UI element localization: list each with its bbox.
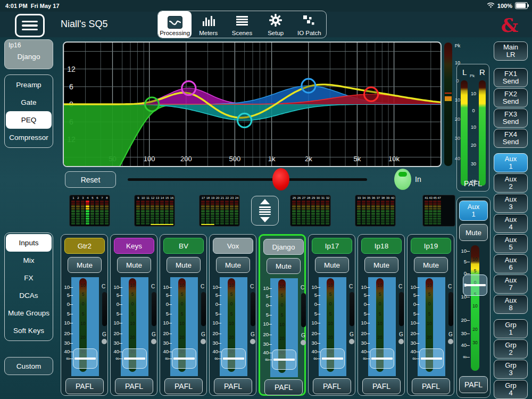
pafl-button[interactable]: PAFL [412,378,450,394]
mute-button[interactable]: Mute [414,257,448,273]
fader-cap[interactable] [73,348,97,369]
pafl-button[interactable]: PAFL [214,378,252,394]
tab-io-patch[interactable]: IO Patch [293,11,326,38]
mute-button[interactable]: Mute [216,257,250,273]
main-tab-bar: ProcessingMetersScenesSetupIO Patch [157,11,327,38]
fader-scale-label: 0 [260,302,269,308]
mix-select-aux-3[interactable]: Aux3 [494,194,528,213]
fader-scale-label: 40 [111,348,119,354]
tab-setup[interactable]: Setup [259,11,293,38]
mini-meter-ch7: 7 [100,196,104,225]
mute-button[interactable]: Mute [315,257,349,273]
mute-button[interactable]: Mute [68,257,102,273]
pafl-button[interactable]: PAFL [65,378,104,394]
mix-select-fx2-send[interactable]: FX2Send [494,88,528,107]
pafl-button[interactable]: PAFL [115,378,153,394]
channel-name-button[interactable]: Gtr2 [64,238,105,254]
pafl-button[interactable]: PAFL [313,378,351,394]
proc-nav-peq[interactable]: PEQ [6,111,52,129]
mix-select-grp-4[interactable]: Grp4 [494,380,528,399]
bank-nav-inputs[interactable]: Inputs [6,234,52,252]
channel-name-button[interactable]: BV [163,238,204,254]
channel-name-button[interactable]: Ip18 [361,238,402,254]
fader-cap[interactable] [419,348,444,369]
mini-meter-ch47: 47 [437,196,441,225]
peq-graph-panel[interactable]: 501002005001k2k5k10k1260612 [63,41,442,167]
mute-button[interactable]: Mute [117,257,151,273]
channel-name-button[interactable]: Django [263,239,304,255]
channel-name-button[interactable]: Keys [114,238,154,254]
mute-button[interactable]: Mute [364,257,398,273]
mix-select-aux-5[interactable]: Aux5 [494,234,528,253]
fader-cap[interactable] [272,350,296,370]
gate-indicator [102,339,107,344]
mini-meter-ch9: 9 [136,196,140,225]
custom-layer-button[interactable]: Custom [4,357,53,375]
pafl-button[interactable]: PAFL [362,378,401,394]
meter-bridge-group-5[interactable]: 3334353637383940 [355,195,396,227]
bank-nav-soft-keys[interactable]: Soft Keys [6,322,52,339]
fader-cap[interactable] [122,348,147,369]
tab-meters[interactable]: Meters [192,11,225,38]
mute-button[interactable]: Mute [267,258,301,274]
fader-cap[interactable] [172,348,196,369]
mix-select-fx3-send[interactable]: FX3Send [494,109,528,128]
proc-nav-preamp[interactable]: Preamp [6,76,52,94]
mix-select-grp-1[interactable]: Grp1 [494,319,528,338]
bank-nav-mix[interactable]: Mix [6,252,52,269]
channel-name-button[interactable]: Ip17 [312,238,352,254]
mute-button[interactable]: Mute [167,257,201,273]
meter-bridge-group-2[interactable]: 910111213141516 [134,195,175,227]
gain-slider-knob[interactable] [272,168,289,190]
pafl-button[interactable]: PAFL [264,379,303,395]
bank-nav-fx[interactable]: FX [6,269,52,287]
mix-select-aux-4[interactable]: Aux4 [494,214,528,233]
mix-select-grp-2[interactable]: Grp2 [494,339,528,359]
tab-processing[interactable]: Processing [158,11,192,38]
eq-band-handle-hf-bell[interactable] [364,87,378,101]
mix-select-fx4-send[interactable]: FX4Send [494,129,528,148]
pafl-button[interactable]: PAFL [164,378,203,394]
mix-select-fx1-send[interactable]: FX1Send [494,68,528,87]
channel-name-button[interactable]: Ip19 [411,238,451,254]
mix-select-aux-6[interactable]: Aux6 [494,254,528,273]
channel-bank-scroll-button[interactable] [251,196,279,226]
menu-button[interactable] [15,14,45,37]
meter-bridge-group-1[interactable]: 12345678 [69,195,110,227]
active-mix-button[interactable]: Aux1 [459,201,488,221]
meter-bridge-group-3[interactable]: 1718192021222324 [199,195,240,227]
fader-cap[interactable] [221,348,246,369]
mix-select-main-lr[interactable]: MainLR [494,41,528,61]
mix-select-grp-3[interactable]: Grp3 [494,360,528,379]
mix-select-aux-2[interactable]: Aux2 [494,173,528,193]
eq-band-handle-lm-bell[interactable] [238,113,252,127]
gain-slider-track[interactable] [128,178,367,181]
proc-nav-gate[interactable]: Gate [6,94,52,111]
peq-in-toggle[interactable] [394,169,411,190]
mix-select-aux-1[interactable]: Aux1 [494,153,528,172]
master-scale-label: 40 [458,342,467,348]
gate-label: G [301,332,305,338]
proc-nav-compressor[interactable]: Compressor [6,129,52,146]
peq-reset-button[interactable]: Reset [65,171,116,188]
selected-channel-button[interactable]: Ip16 Django [4,39,53,69]
fader-cap[interactable] [370,348,394,369]
fader-region: 1050510203040∞10505102030CG [309,277,355,376]
meter-bridge-group-4[interactable]: 2526272829303132 [290,195,331,227]
master-mute-button[interactable]: Mute [459,224,488,241]
fader-region: 1050510203040∞10505102030CG [160,277,206,376]
eq-band-handle-hm-bell[interactable] [302,79,315,93]
eq-band-handle-hpf[interactable] [145,97,159,111]
master-fader-cap[interactable] [463,275,487,296]
bank-nav-dcas[interactable]: DCAs [6,287,52,304]
meter-bridge-group-6[interactable]: 41434547 [422,195,455,227]
mix-select-aux-8[interactable]: Aux8 [494,295,528,314]
bank-nav-mute-groups[interactable]: Mute Groups [6,304,52,322]
eq-band-handle-lf-bell[interactable] [182,81,196,95]
tab-label: Meters [199,30,218,36]
channel-name-button[interactable]: Vox [213,238,253,254]
fader-cap[interactable] [320,348,345,369]
mix-select-aux-7[interactable]: Aux7 [494,275,528,294]
tab-scenes[interactable]: Scenes [225,11,259,38]
master-pafl-button[interactable]: PAFL [459,376,488,393]
